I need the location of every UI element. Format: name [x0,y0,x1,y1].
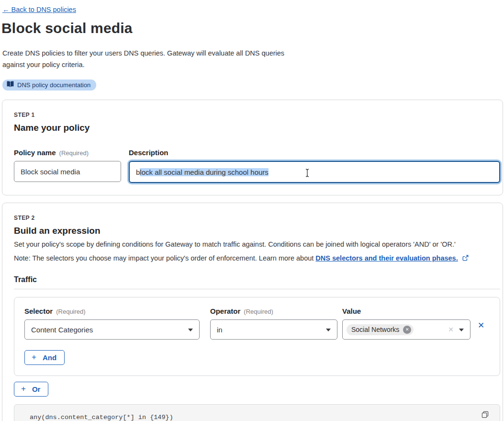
operator-value: in [217,326,223,334]
policy-name-input[interactable] [14,161,121,182]
operator-required-hint: (Required) [244,308,273,315]
plus-icon: + [32,353,36,362]
traffic-heading: Traffic [14,275,500,289]
policy-name-required-hint: (Required) [59,149,89,157]
description-text-unselected: b [136,168,140,176]
dns-policy-page: ← Back to DNS policies Block social medi… [0,0,504,421]
selector-required-hint: (Required) [56,308,85,315]
chevron-down-icon [326,329,331,331]
expression-code: any(dns.content_category[*] in {149}) [30,414,173,421]
external-link-icon[interactable] [462,255,469,262]
step2-label: STEP 2 [14,215,500,221]
plus-icon: + [21,384,26,394]
description-text-selected: lock all social media during school hour… [140,168,268,176]
selector-dropdown[interactable]: Content Categories [24,319,200,340]
description-input[interactable]: block all social media during school hou… [129,161,500,183]
policy-name-field-group: Policy name (Required) [14,148,121,183]
chevron-down-icon [459,329,464,331]
value-multiselect[interactable]: Social Networks ✕ ✕ [342,319,470,340]
remove-condition-button[interactable]: ✕ [478,321,484,330]
dns-selectors-link[interactable]: DNS selectors and their evaluation phase… [315,254,458,262]
selector-label: Selector [24,307,53,315]
step2-card: STEP 2 Build an expression Set your poli… [2,203,503,421]
back-to-dns-policies-link[interactable]: ← Back to DNS policies [2,6,76,13]
description-field-group: Description block all social media durin… [129,148,500,183]
copy-expression-button[interactable] [481,410,490,421]
step1-heading: Name your policy [14,123,500,133]
value-tag-social-networks: Social Networks ✕ [347,324,414,335]
page-intro: Create DNS policies to filter your users… [2,47,290,70]
add-and-condition-button[interactable]: + And [24,350,65,365]
step2-heading: Build an expression [14,226,500,236]
text-cursor-icon [305,169,310,179]
description-label: Description [129,148,168,157]
and-button-label: And [43,353,56,362]
book-icon [7,81,14,89]
add-or-condition-button[interactable]: + Or [14,382,48,397]
operator-dropdown[interactable]: in [210,319,337,340]
note-text: Note: The selectors you choose may impac… [14,254,314,262]
dns-policy-documentation-badge[interactable]: DNS policy documentation [2,80,96,91]
page-title: Block social media [1,20,504,36]
selector-value: Content Categories [31,326,93,334]
condition-row: Selector (Required) Content Categories O… [24,307,491,340]
or-button-label: Or [32,385,41,393]
policy-name-label: Policy name [14,148,56,157]
step2-subheading: Set your policy's scope by defining cond… [14,239,500,250]
selector-field-group: Selector (Required) Content Categories [24,307,200,340]
chevron-down-icon [188,329,193,331]
value-label: Value [342,307,361,315]
step1-label: STEP 1 [14,112,500,118]
step1-form-row: Policy name (Required) Description block… [14,148,500,183]
condition-card: Selector (Required) Content Categories O… [14,297,500,376]
operator-field-group: Operator (Required) in [210,307,337,340]
step2-note: Note: The selectors you choose may impac… [14,254,500,262]
doc-badge-label: DNS policy documentation [17,81,90,89]
value-tag-label: Social Networks [351,326,399,333]
tag-remove-icon[interactable]: ✕ [403,326,411,334]
step1-card: STEP 1 Name your policy Policy name (Req… [2,100,503,195]
expression-preview: any(dns.content_category[*] in {149}) [14,404,500,421]
clear-values-icon[interactable]: ✕ [448,326,454,333]
value-field-group: Value Social Networks ✕ ✕ [342,307,470,340]
operator-label: Operator [210,307,240,315]
